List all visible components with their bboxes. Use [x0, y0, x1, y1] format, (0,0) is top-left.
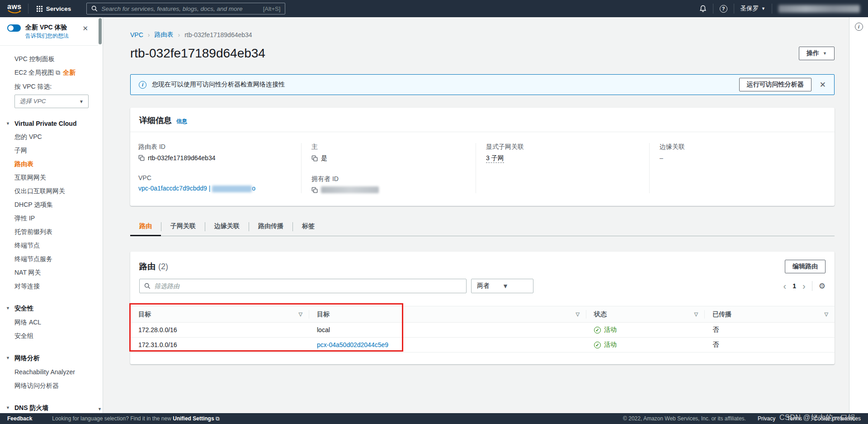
owner-id-label: 拥有者 ID	[311, 175, 467, 183]
notifications-bell-icon[interactable]	[699, 5, 707, 13]
route-destination: 172.28.0.0/16	[130, 323, 309, 338]
sidebar-item-egress-only-igw[interactable]: 仅出口互联网网关	[0, 184, 103, 198]
new-vpc-experience-toggle[interactable]	[7, 24, 21, 32]
vpc-name-redacted	[212, 186, 252, 192]
info-panel-icon[interactable]: i	[855, 23, 863, 31]
sidebar-item-endpoints[interactable]: 终端节点	[0, 238, 103, 252]
subnet-associations-popover-link[interactable]: 3 子网	[486, 154, 504, 163]
triangle-down-icon: ▼	[6, 306, 10, 310]
breadcrumb-vpc[interactable]: VPC	[130, 31, 143, 38]
tab-tags[interactable]: 标签	[293, 218, 324, 236]
aws-logo-text: aws	[7, 4, 22, 10]
tab-routes[interactable]: 路由	[130, 218, 161, 236]
scrollbar-thumb[interactable]	[99, 18, 102, 44]
edge-associations-value: –	[660, 154, 663, 162]
sidebar-nav: VPC 控制面板 EC2 全局视图⧉全新 按 VPC 筛选: 选择 VPC ▼ …	[0, 46, 103, 413]
region-selector[interactable]: 圣保罗 ▼	[741, 5, 765, 13]
edge-associations-label: 边缘关联	[660, 143, 826, 151]
new-badge: 全新	[63, 69, 75, 76]
sidebar-item-vpc-dashboard[interactable]: VPC 控制面板	[0, 52, 103, 66]
close-icon[interactable]: ✕	[820, 80, 826, 90]
main-value: 是	[321, 154, 327, 162]
copy-icon[interactable]	[138, 155, 145, 161]
terms-link[interactable]: Terms	[787, 415, 802, 422]
page-number: 1	[793, 282, 796, 290]
next-page-icon[interactable]: ›	[802, 281, 806, 291]
previous-page-icon[interactable]: ‹	[783, 281, 787, 291]
nav-divider	[713, 4, 713, 14]
copy-icon[interactable]	[311, 155, 318, 162]
sidebar-item-route-tables[interactable]: 路由表	[0, 157, 103, 171]
gear-icon[interactable]: ⚙	[819, 281, 826, 291]
top-navigation: aws Services [Alt+S] ?	[0, 0, 868, 17]
section-network-analysis[interactable]: ▼网络分析	[0, 352, 103, 365]
unified-settings-link[interactable]: Unified Settings	[173, 415, 214, 422]
run-reachability-analyzer-button[interactable]: 运行可访问性分析器	[739, 78, 811, 91]
sidebar-item-dhcp-option-sets[interactable]: DHCP 选项集	[0, 198, 103, 211]
section-security[interactable]: ▼安全性	[0, 302, 103, 315]
close-icon[interactable]: ✕	[82, 24, 88, 33]
copy-icon[interactable]	[311, 187, 318, 193]
routes-filter-box[interactable]	[139, 279, 467, 293]
nav-divider	[734, 4, 734, 14]
sidebar-item-reachability-analyzer[interactable]: Reachability Analyzer	[0, 365, 103, 379]
privacy-link[interactable]: Privacy	[758, 415, 775, 422]
sidebar-item-elastic-ips[interactable]: 弹性 IP	[0, 211, 103, 225]
section-dns-firewall[interactable]: ▼DNS 防火墙	[0, 401, 103, 413]
filter-icon[interactable]: ▽	[299, 311, 302, 317]
sidebar-item-endpoint-services[interactable]: 终端节点服务	[0, 252, 103, 266]
help-icon[interactable]: ?	[720, 5, 727, 13]
edit-routes-button[interactable]: 编辑路由	[785, 260, 826, 273]
breadcrumb-route-tables[interactable]: 路由表	[154, 31, 173, 39]
aws-logo[interactable]: aws	[7, 4, 22, 14]
sidebar-item-managed-prefix-lists[interactable]: 托管前缀列表	[0, 225, 103, 238]
external-link-icon: ⧉	[56, 69, 60, 76]
routes-filter-input[interactable]	[154, 282, 462, 290]
route-target-link[interactable]: pcx-04a50d02d2044c5e9	[317, 341, 388, 348]
tab-route-propagation[interactable]: 路由传播	[249, 218, 292, 236]
filter-icon[interactable]: ▽	[576, 311, 580, 317]
global-search-input[interactable]	[101, 5, 263, 12]
actions-button[interactable]: 操作 ▼	[799, 47, 835, 60]
sidebar-item-network-access-analyzer[interactable]: 网络访问分析器	[0, 379, 103, 392]
sidebar-item-nat-gateways[interactable]: NAT 网关	[0, 266, 103, 279]
owner-id-redacted	[321, 186, 379, 193]
region-label: 圣保罗	[741, 5, 759, 13]
global-search-box[interactable]: [Alt+S]	[86, 3, 285, 14]
filter-icon[interactable]: ▽	[825, 311, 828, 317]
tab-edge-associations[interactable]: 边缘关联	[205, 218, 249, 236]
sidebar-item-internet-gateways[interactable]: 互联网网关	[0, 171, 103, 184]
account-menu-redacted[interactable]	[778, 5, 860, 13]
cookie-preferences-link[interactable]: Cookie preferences	[814, 415, 861, 422]
sidebar-item-network-acls[interactable]: 网络 ACL	[0, 315, 103, 329]
routes-count: (2)	[158, 262, 168, 272]
sidebar-item-your-vpcs[interactable]: 您的 VPC	[0, 130, 103, 143]
section-virtual-private-cloud[interactable]: ▼Virtual Private Cloud	[0, 117, 103, 130]
check-circle-icon: ✓	[594, 342, 601, 348]
tell-us-link[interactable]: 告诉我们您的想法	[25, 32, 69, 40]
sidebar-item-subnets[interactable]: 子网	[0, 143, 103, 157]
services-label: Services	[46, 5, 71, 12]
tab-subnet-associations[interactable]: 子网关联	[161, 218, 205, 236]
services-menu-button[interactable]: Services	[28, 0, 80, 17]
sidebar-scrollbar[interactable]: ▼	[98, 17, 102, 413]
route-propagated: 否	[704, 338, 835, 353]
sidebar-item-security-groups[interactable]: 安全组	[0, 329, 103, 343]
route-table-id-value: rtb-032fe17189d64eb34	[148, 154, 215, 162]
vpc-filter-select[interactable]: 选择 VPC ▼	[14, 95, 89, 108]
feedback-link[interactable]: Feedback	[7, 415, 32, 422]
vpc-sidebar: 全新 VPC 体验 告诉我们您的想法 ✕ VPC 控制面板 EC2 全局视图⧉全…	[0, 17, 103, 413]
aws-smile-icon	[8, 10, 21, 14]
vpc-link[interactable]: vpc-0a1faccdc7d9cbdd9 | o	[138, 185, 255, 192]
new-experience-banner: 全新 VPC 体验 告诉我们您的想法 ✕	[0, 17, 103, 46]
copyright-text: © 2022, Amazon Web Services, Inc. or its…	[623, 415, 746, 422]
info-link[interactable]: 信息	[176, 118, 187, 125]
route-type-filter-select[interactable]: 两者 ▼	[471, 279, 533, 293]
sidebar-item-peering-connections[interactable]: 对等连接	[0, 279, 103, 293]
filter-icon[interactable]: ▽	[694, 311, 698, 317]
scroll-down-arrow-icon[interactable]: ▼	[98, 407, 102, 411]
table-row: 172.28.0.0/16 local ✓活动 否	[130, 323, 835, 338]
sidebar-item-ec2-global-view[interactable]: EC2 全局视图⧉全新	[0, 66, 103, 79]
route-destination: 172.31.0.0/16	[130, 338, 309, 353]
details-card: 详细信息 信息 路由表 ID rtb-032fe17189d64eb34	[130, 108, 835, 206]
